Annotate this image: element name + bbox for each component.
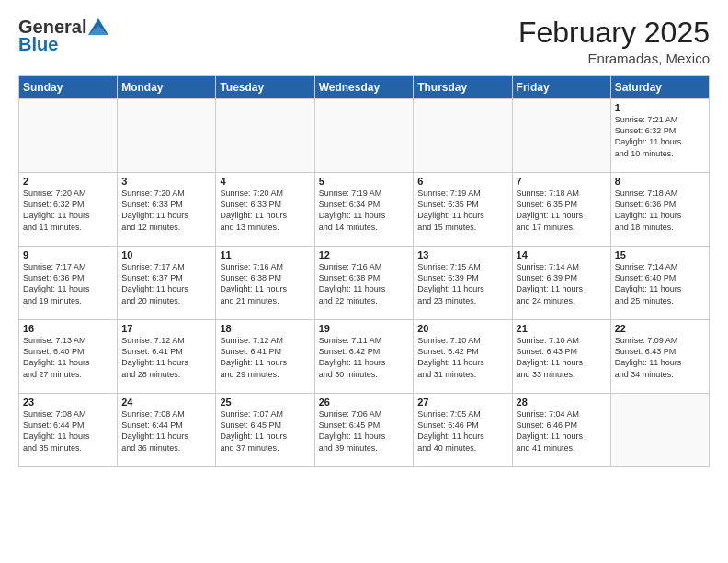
day-number: 15 xyxy=(615,249,705,260)
day-detail: Sunrise: 7:11 AMSunset: 6:42 PMDaylight:… xyxy=(319,335,410,380)
calendar-cell: 5Sunrise: 7:19 AMSunset: 6:34 PMDaylight… xyxy=(314,173,414,247)
day-detail: Sunrise: 7:04 AMSunset: 6:46 PMDaylight:… xyxy=(517,408,607,454)
calendar-week-4: 23Sunrise: 7:08 AMSunset: 6:44 PMDayligh… xyxy=(19,394,710,467)
calendar-cell: 4Sunrise: 7:20 AMSunset: 6:33 PMDaylight… xyxy=(216,173,314,247)
calendar-header-row: Sunday Monday Tuesday Wednesday Thursday… xyxy=(19,76,710,99)
calendar-cell xyxy=(118,99,216,173)
calendar-cell: 8Sunrise: 7:18 AMSunset: 6:36 PMDaylight… xyxy=(610,173,709,247)
day-detail: Sunrise: 7:21 AMSunset: 6:32 PMDaylight:… xyxy=(615,114,705,159)
calendar-cell: 15Sunrise: 7:14 AMSunset: 6:40 PMDayligh… xyxy=(610,247,709,320)
calendar-week-1: 2Sunrise: 7:20 AMSunset: 6:32 PMDaylight… xyxy=(19,173,710,247)
day-detail: Sunrise: 7:18 AMSunset: 6:36 PMDaylight:… xyxy=(615,188,705,233)
day-number: 18 xyxy=(220,323,310,334)
calendar-cell: 19Sunrise: 7:11 AMSunset: 6:42 PMDayligh… xyxy=(314,320,414,394)
col-sunday: Sunday xyxy=(19,76,118,99)
day-number: 20 xyxy=(417,323,507,334)
day-number: 27 xyxy=(417,396,507,408)
day-detail: Sunrise: 7:12 AMSunset: 6:41 PMDaylight:… xyxy=(121,335,211,380)
day-number: 24 xyxy=(121,396,211,408)
day-number: 17 xyxy=(121,323,211,334)
day-detail: Sunrise: 7:20 AMSunset: 6:33 PMDaylight:… xyxy=(121,188,211,233)
logo-icon xyxy=(88,18,108,35)
calendar-cell: 18Sunrise: 7:12 AMSunset: 6:41 PMDayligh… xyxy=(216,320,314,394)
day-number: 6 xyxy=(417,176,507,187)
calendar-cell xyxy=(19,99,118,173)
calendar-cell: 14Sunrise: 7:14 AMSunset: 6:39 PMDayligh… xyxy=(512,247,610,320)
calendar-cell: 23Sunrise: 7:08 AMSunset: 6:44 PMDayligh… xyxy=(19,394,118,467)
day-detail: Sunrise: 7:13 AMSunset: 6:40 PMDaylight:… xyxy=(23,335,113,380)
day-detail: Sunrise: 7:19 AMSunset: 6:35 PMDaylight:… xyxy=(417,188,507,233)
day-number: 2 xyxy=(23,176,113,187)
calendar-week-0: 1Sunrise: 7:21 AMSunset: 6:32 PMDaylight… xyxy=(19,99,710,173)
calendar-cell: 28Sunrise: 7:04 AMSunset: 6:46 PMDayligh… xyxy=(512,394,610,467)
day-number: 3 xyxy=(121,176,211,187)
calendar-cell xyxy=(414,99,512,173)
day-detail: Sunrise: 7:08 AMSunset: 6:44 PMDaylight:… xyxy=(23,408,113,454)
day-detail: Sunrise: 7:05 AMSunset: 6:46 PMDaylight:… xyxy=(417,408,507,454)
day-number: 23 xyxy=(23,396,113,408)
day-number: 11 xyxy=(220,249,310,260)
col-wednesday: Wednesday xyxy=(314,76,414,99)
day-detail: Sunrise: 7:10 AMSunset: 6:43 PMDaylight:… xyxy=(517,335,607,380)
calendar-cell: 6Sunrise: 7:19 AMSunset: 6:35 PMDaylight… xyxy=(414,173,512,247)
day-number: 16 xyxy=(23,323,113,334)
day-number: 5 xyxy=(319,176,410,187)
logo-text-block: General Blue xyxy=(18,17,108,55)
calendar-cell xyxy=(610,394,709,467)
day-number: 13 xyxy=(417,249,507,260)
calendar-cell: 22Sunrise: 7:09 AMSunset: 6:43 PMDayligh… xyxy=(610,320,709,394)
calendar-cell: 7Sunrise: 7:18 AMSunset: 6:35 PMDaylight… xyxy=(512,173,610,247)
calendar-cell: 12Sunrise: 7:16 AMSunset: 6:38 PMDayligh… xyxy=(314,247,414,320)
logo: General Blue xyxy=(18,17,108,55)
day-number: 1 xyxy=(615,102,705,113)
calendar-cell: 2Sunrise: 7:20 AMSunset: 6:32 PMDaylight… xyxy=(19,173,118,247)
day-number: 14 xyxy=(517,249,607,260)
calendar-week-3: 16Sunrise: 7:13 AMSunset: 6:40 PMDayligh… xyxy=(19,320,710,394)
calendar-cell: 24Sunrise: 7:08 AMSunset: 6:44 PMDayligh… xyxy=(118,394,216,467)
calendar-cell xyxy=(216,99,314,173)
day-detail: Sunrise: 7:16 AMSunset: 6:38 PMDaylight:… xyxy=(319,261,410,306)
page: General Blue February 2025 Enramadas, Me… xyxy=(0,0,728,563)
day-detail: Sunrise: 7:20 AMSunset: 6:33 PMDaylight:… xyxy=(220,188,310,233)
col-tuesday: Tuesday xyxy=(216,76,314,99)
calendar: Sunday Monday Tuesday Wednesday Thursday… xyxy=(18,75,710,467)
day-detail: Sunrise: 7:12 AMSunset: 6:41 PMDaylight:… xyxy=(220,335,310,380)
day-number: 25 xyxy=(220,396,310,408)
day-detail: Sunrise: 7:17 AMSunset: 6:37 PMDaylight:… xyxy=(121,261,211,306)
day-detail: Sunrise: 7:19 AMSunset: 6:34 PMDaylight:… xyxy=(319,188,410,233)
day-number: 12 xyxy=(319,249,410,260)
calendar-cell: 13Sunrise: 7:15 AMSunset: 6:39 PMDayligh… xyxy=(414,247,512,320)
day-detail: Sunrise: 7:10 AMSunset: 6:42 PMDaylight:… xyxy=(417,335,507,380)
location: Enramadas, Mexico xyxy=(518,51,710,66)
calendar-cell: 9Sunrise: 7:17 AMSunset: 6:36 PMDaylight… xyxy=(19,247,118,320)
calendar-cell: 27Sunrise: 7:05 AMSunset: 6:46 PMDayligh… xyxy=(414,394,512,467)
calendar-cell: 16Sunrise: 7:13 AMSunset: 6:40 PMDayligh… xyxy=(19,320,118,394)
col-monday: Monday xyxy=(118,76,216,99)
calendar-cell xyxy=(512,99,610,173)
day-detail: Sunrise: 7:20 AMSunset: 6:32 PMDaylight:… xyxy=(23,188,113,233)
day-number: 10 xyxy=(121,249,211,260)
calendar-cell: 26Sunrise: 7:06 AMSunset: 6:45 PMDayligh… xyxy=(314,394,414,467)
day-detail: Sunrise: 7:08 AMSunset: 6:44 PMDaylight:… xyxy=(121,408,211,454)
day-number: 26 xyxy=(319,396,410,408)
day-detail: Sunrise: 7:17 AMSunset: 6:36 PMDaylight:… xyxy=(23,261,113,306)
day-number: 21 xyxy=(517,323,607,334)
title-block: February 2025 Enramadas, Mexico xyxy=(518,17,710,66)
day-detail: Sunrise: 7:14 AMSunset: 6:39 PMDaylight:… xyxy=(517,261,607,306)
calendar-cell: 1Sunrise: 7:21 AMSunset: 6:32 PMDaylight… xyxy=(610,99,709,173)
col-saturday: Saturday xyxy=(610,76,709,99)
day-detail: Sunrise: 7:15 AMSunset: 6:39 PMDaylight:… xyxy=(417,261,507,306)
day-detail: Sunrise: 7:16 AMSunset: 6:38 PMDaylight:… xyxy=(220,261,310,306)
calendar-cell: 3Sunrise: 7:20 AMSunset: 6:33 PMDaylight… xyxy=(118,173,216,247)
col-friday: Friday xyxy=(512,76,610,99)
calendar-cell: 10Sunrise: 7:17 AMSunset: 6:37 PMDayligh… xyxy=(118,247,216,320)
day-number: 9 xyxy=(23,249,113,260)
day-number: 19 xyxy=(319,323,410,334)
day-detail: Sunrise: 7:14 AMSunset: 6:40 PMDaylight:… xyxy=(615,261,705,306)
day-number: 7 xyxy=(517,176,607,187)
day-number: 28 xyxy=(517,396,607,408)
calendar-cell: 20Sunrise: 7:10 AMSunset: 6:42 PMDayligh… xyxy=(414,320,512,394)
calendar-cell: 21Sunrise: 7:10 AMSunset: 6:43 PMDayligh… xyxy=(512,320,610,394)
day-number: 22 xyxy=(615,323,705,334)
month-title: February 2025 xyxy=(518,17,710,49)
